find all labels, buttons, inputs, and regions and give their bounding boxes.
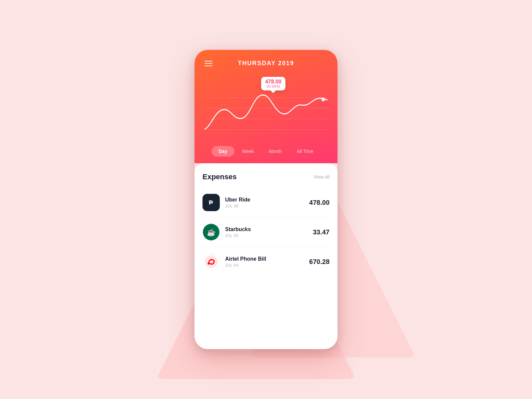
chart-area: 478.00 06:30PM [204, 73, 328, 140]
hamburger-menu[interactable] [204, 61, 212, 66]
expense-date: JUL 05 [225, 233, 313, 238]
header: THURSDAY 2019 [204, 60, 328, 67]
tab-all-time[interactable]: All Time [290, 146, 321, 157]
expense-amount-airtel: 670.28 [309, 258, 330, 266]
uber-icon [202, 194, 220, 211]
time-tabs: Day Week Month All Time [204, 140, 328, 163]
expense-name: Uber Ride [225, 197, 309, 203]
expense-info-uber: Uber Ride JUL 06 [225, 197, 309, 208]
expense-amount-uber: 478.00 [309, 199, 330, 206]
expense-item-uber[interactable]: Uber Ride JUL 06 478.00 [202, 188, 330, 217]
tab-day[interactable]: Day [211, 146, 235, 157]
svg-point-5 [205, 255, 217, 268]
expense-item-airtel[interactable]: Airtel Phone Bill JUL 04 670.28 [202, 247, 330, 276]
tab-week[interactable]: Week [235, 146, 261, 157]
tab-month[interactable]: Month [262, 146, 289, 157]
expense-name: Airtel Phone Bill [225, 256, 309, 262]
tooltip-value: 478.00 [265, 79, 281, 85]
expenses-header: Expenses View all [202, 173, 330, 181]
airtel-logo [203, 253, 219, 270]
view-all-button[interactable]: View all [314, 174, 330, 180]
expense-date: JUL 06 [225, 204, 309, 208]
uber-logo [206, 198, 216, 207]
phone-frame: THURSDAY 2019 478.00 06:30PM [195, 50, 337, 349]
expense-name: Starbucks [225, 226, 313, 232]
expense-item-starbucks[interactable]: ☕ Starbucks JUL 05 33.47 [202, 217, 330, 247]
chart-wave [204, 87, 328, 140]
svg-point-0 [322, 97, 325, 101]
expense-list: Uber Ride JUL 06 478.00 ☕ Starbucks JUL … [202, 188, 330, 276]
bottom-section: Expenses View all Uber Ride JUL 06 478.0… [195, 163, 337, 349]
page-title: THURSDAY 2019 [238, 60, 294, 67]
airtel-icon [202, 253, 220, 270]
expense-amount-starbucks: 33.47 [313, 228, 330, 236]
expenses-title: Expenses [202, 173, 237, 181]
starbucks-icon: ☕ [202, 223, 220, 241]
expense-date: JUL 04 [225, 263, 309, 268]
expense-info-starbucks: Starbucks JUL 05 [225, 226, 313, 238]
starbucks-logo: ☕ [203, 223, 219, 241]
expense-info-airtel: Airtel Phone Bill JUL 04 [225, 256, 309, 268]
svg-text:☕: ☕ [207, 228, 216, 237]
top-section: THURSDAY 2019 478.00 06:30PM [195, 50, 337, 163]
svg-point-6 [207, 263, 209, 265]
